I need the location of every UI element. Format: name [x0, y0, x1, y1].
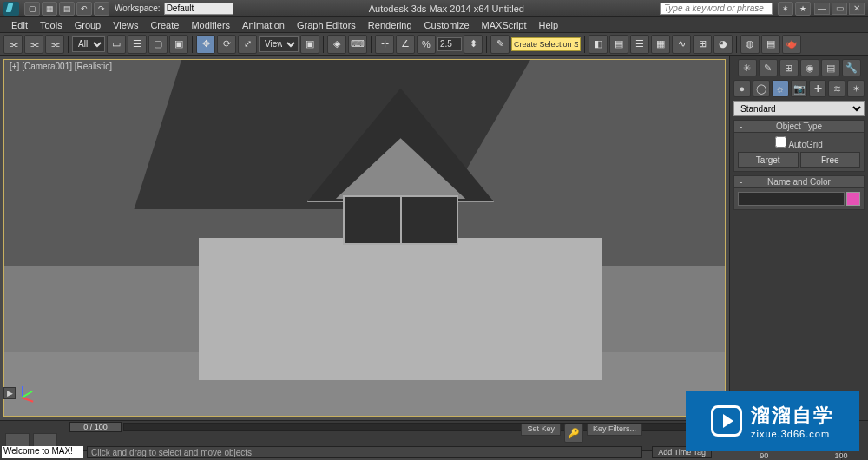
- layer-manager-icon[interactable]: ☰: [630, 35, 649, 54]
- qat-undo-icon[interactable]: ↶: [76, 2, 92, 16]
- spinner-value[interactable]: 2.5: [437, 37, 462, 51]
- rollout-object-type-header[interactable]: Object Type: [733, 120, 865, 133]
- setkey-button[interactable]: Set Key: [521, 424, 561, 436]
- cat-systems-icon[interactable]: ✶: [847, 80, 865, 97]
- free-button[interactable]: Free: [800, 152, 861, 168]
- cat-shapes-icon[interactable]: ◯: [753, 80, 770, 97]
- menu-maxscript[interactable]: MAXScript: [476, 20, 533, 30]
- cat-spacewarps-icon[interactable]: ≋: [828, 80, 845, 97]
- maxscript-listener[interactable]: Welcome to MAX!: [2, 446, 83, 458]
- minimize-button[interactable]: —: [814, 3, 830, 15]
- menu-tools[interactable]: Tools: [34, 20, 69, 30]
- menu-grapheditors[interactable]: Graph Editors: [291, 20, 362, 30]
- workspace-select[interactable]: [164, 3, 233, 15]
- render-setup-icon[interactable]: ◍: [740, 35, 760, 54]
- keyboard-shortcut-icon[interactable]: ⌨: [348, 35, 367, 54]
- render-icon[interactable]: 🫖: [782, 35, 801, 54]
- tab-create-icon[interactable]: ✳: [738, 59, 757, 76]
- target-button[interactable]: Target: [738, 152, 799, 168]
- favorites-icon[interactable]: ★: [795, 2, 811, 16]
- keymode-icon[interactable]: 🔑: [564, 424, 583, 443]
- object-name-input[interactable]: [738, 192, 845, 206]
- menu-help[interactable]: Help: [533, 20, 565, 30]
- qat-new-icon[interactable]: ▢: [24, 2, 40, 16]
- app-logo[interactable]: [3, 2, 19, 16]
- cat-geometry-icon[interactable]: ●: [733, 80, 751, 97]
- menu-customize[interactable]: Customize: [418, 20, 476, 30]
- angle-snap-icon[interactable]: ∠: [396, 35, 415, 54]
- cat-helpers-icon[interactable]: ✚: [809, 80, 826, 97]
- bind-spacewarp-icon[interactable]: ⫘: [45, 35, 64, 54]
- percent-snap-icon[interactable]: %: [417, 35, 436, 54]
- window-crossing-icon[interactable]: ▣: [169, 35, 188, 54]
- rendered-frame-icon[interactable]: ▤: [761, 35, 780, 54]
- menu-edit[interactable]: Edit: [5, 20, 34, 30]
- tab-motion-icon[interactable]: ◉: [800, 59, 819, 76]
- playback-expand-icon[interactable]: ▶: [3, 387, 16, 399]
- menu-create[interactable]: Create: [144, 20, 185, 30]
- infocenter-icon[interactable]: ✶: [778, 2, 793, 16]
- tab-hierarchy-icon[interactable]: ⊞: [779, 59, 799, 76]
- move-icon[interactable]: ✥: [196, 35, 215, 54]
- autogrid-checkbox[interactable]: AutoGrid: [775, 136, 823, 149]
- watermark-play-icon: [711, 405, 742, 437]
- window-title: Autodesk 3ds Max 2014 x64 Untitled: [233, 3, 660, 14]
- tab-utilities-icon[interactable]: 🔧: [842, 59, 861, 76]
- tab-modify-icon[interactable]: ✎: [759, 59, 778, 76]
- keyfilters-button[interactable]: Key Filters...: [587, 424, 642, 436]
- select-region-icon[interactable]: ▢: [148, 35, 168, 54]
- viewport[interactable]: [+] [Camera001] [Realistic]: [3, 59, 726, 417]
- qat-save-icon[interactable]: ▤: [59, 2, 75, 16]
- named-selset-edit-icon[interactable]: ✎: [490, 35, 510, 54]
- main-toolbar: ⫘ ⫘ ⫘ All ▭ ☰ ▢ ▣ ✥ ⟳ ⤢ View ▣ ◈ ⌨ ⊹ ∠ %…: [0, 33, 868, 56]
- menu-bar: Edit Tools Group Views Create Modifiers …: [0, 17, 868, 33]
- mirror-icon[interactable]: ◧: [589, 35, 608, 54]
- menu-animation[interactable]: Animation: [236, 20, 291, 30]
- close-button[interactable]: ✕: [849, 3, 865, 15]
- graphite-ribbon-icon[interactable]: ▦: [651, 35, 670, 54]
- object-color-swatch[interactable]: [846, 192, 860, 206]
- qat-open-icon[interactable]: ▦: [42, 2, 57, 16]
- menu-modifiers[interactable]: Modifiers: [185, 20, 236, 30]
- tab-display-icon[interactable]: ▤: [821, 59, 840, 76]
- menu-views[interactable]: Views: [107, 20, 144, 30]
- viewport-scene: [4, 60, 725, 416]
- qat-redo-icon[interactable]: ↷: [94, 2, 109, 16]
- workspace-label: Workspace:: [115, 3, 161, 13]
- watermark-url: zixue.3d66.com: [751, 429, 830, 439]
- select-name-icon[interactable]: ☰: [128, 35, 147, 54]
- selection-filter-select[interactable]: All: [72, 36, 105, 52]
- snap-toggle-icon[interactable]: ⊹: [375, 35, 394, 54]
- cat-lights-icon[interactable]: ☼: [772, 80, 789, 97]
- rollout-name-color-header[interactable]: Name and Color: [733, 175, 865, 188]
- time-slider[interactable]: 0 / 100: [69, 422, 122, 432]
- subcategory-select[interactable]: Standard: [733, 101, 865, 116]
- menu-rendering[interactable]: Rendering: [362, 20, 418, 30]
- menu-group[interactable]: Group: [69, 20, 108, 30]
- watermark-logo: 溜溜自学 zixue.3d66.com: [686, 391, 859, 451]
- pivot-center-icon[interactable]: ▣: [300, 35, 319, 54]
- schematic-view-icon[interactable]: ⊞: [693, 35, 712, 54]
- scale-icon[interactable]: ⤢: [238, 35, 257, 54]
- ref-coord-select[interactable]: View: [259, 36, 299, 52]
- viewport-label[interactable]: [+] [Camera001] [Realistic]: [10, 62, 112, 71]
- spinner-snap-icon[interactable]: ⬍: [464, 35, 483, 54]
- help-search-input[interactable]: [660, 3, 773, 15]
- command-panel: ✳ ✎ ⊞ ◉ ▤ 🔧 ● ◯ ☼ 📷 ✚ ≋ ✶ Standard Objec…: [729, 56, 868, 420]
- rotate-icon[interactable]: ⟳: [217, 35, 236, 54]
- link-icon[interactable]: ⫘: [3, 35, 23, 54]
- select-object-icon[interactable]: ▭: [107, 35, 126, 54]
- unlink-icon[interactable]: ⫘: [24, 35, 43, 54]
- align-icon[interactable]: ▤: [609, 35, 628, 54]
- cat-cameras-icon[interactable]: 📷: [791, 80, 808, 97]
- watermark-text: 溜溜自学: [751, 403, 834, 429]
- named-selset-input[interactable]: [511, 37, 581, 51]
- manipulate-icon[interactable]: ◈: [327, 35, 346, 54]
- prompt-line: Click and drag to select and move object…: [87, 446, 642, 458]
- maximize-button[interactable]: ▭: [832, 3, 847, 15]
- material-editor-icon[interactable]: ◕: [713, 35, 733, 54]
- curve-editor-icon[interactable]: ∿: [672, 35, 691, 54]
